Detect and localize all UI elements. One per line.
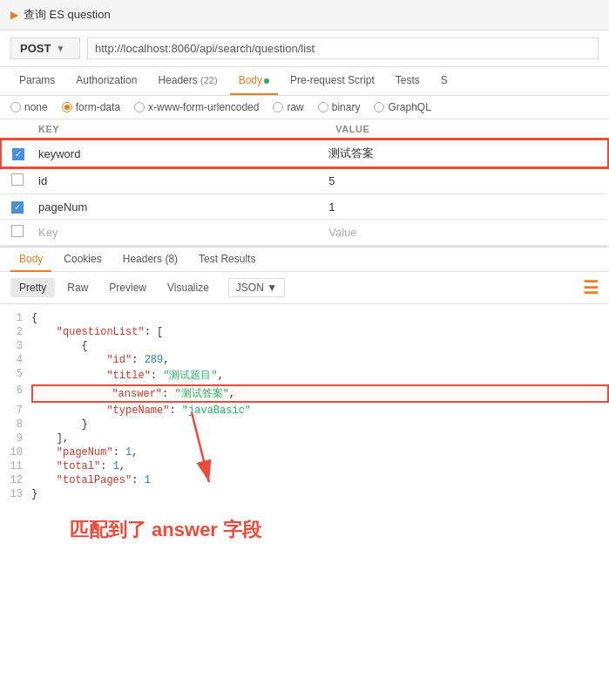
key-cell[interactable]: pageNum xyxy=(28,194,318,220)
table-row: KeyValue xyxy=(1,220,608,246)
collapse-arrow[interactable]: ▶ xyxy=(10,9,18,21)
json-select[interactable]: JSON ▼ xyxy=(228,278,285,297)
method-select[interactable]: POST ▼ xyxy=(10,37,80,59)
radio-none[interactable]: none xyxy=(10,101,48,113)
json-line: 1{ xyxy=(0,311,609,325)
radio-binary[interactable]: binary xyxy=(318,101,361,113)
radio-circle xyxy=(273,102,283,112)
row-checkbox-0[interactable] xyxy=(12,148,24,160)
key-cell[interactable]: keyword xyxy=(28,139,318,167)
row-checkbox-2[interactable] xyxy=(11,201,24,214)
table-row: keyword测试答案 xyxy=(1,139,608,167)
tab-authorization[interactable]: Authorization xyxy=(67,67,145,95)
request-tabs: ParamsAuthorizationHeaders (22)BodyPre-r… xyxy=(0,67,609,96)
line-content: { xyxy=(31,340,609,352)
value-cell[interactable]: 5 xyxy=(318,167,608,194)
key-cell[interactable]: Key xyxy=(28,220,318,246)
json-line: 11 "total": 1, xyxy=(0,459,609,473)
value-cell[interactable]: 测试答案 xyxy=(318,139,608,167)
tab-pre-request[interactable]: Pre-request Script xyxy=(281,67,383,95)
resp-tab-test-results[interactable]: Test Results xyxy=(190,248,264,272)
tab-settings[interactable]: S xyxy=(432,67,457,95)
line-content: "title": "测试题目", xyxy=(31,368,609,383)
line-number: 7 xyxy=(0,404,31,417)
line-content: "questionList": [ xyxy=(31,326,609,338)
radio-circle xyxy=(10,102,21,112)
line-number: 1 xyxy=(0,312,31,324)
radio-circle xyxy=(374,102,384,112)
value-cell[interactable]: Value xyxy=(318,220,608,246)
radio-label: raw xyxy=(287,101,303,113)
json-line: 8 } xyxy=(0,418,609,432)
line-number: 9 xyxy=(0,432,31,445)
line-content: "answer": "测试答案", xyxy=(31,384,609,403)
radio-label: x-www-form-urlencoded xyxy=(148,101,259,113)
tab-params[interactable]: Params xyxy=(10,67,64,95)
json-line: 7 "typeName": "javaBasic" xyxy=(0,404,609,418)
line-content: "totalPages": 1 xyxy=(31,474,609,486)
body-type-row: none form-data x-www-form-urlencoded raw… xyxy=(0,96,609,119)
title-bar: ▶ 查询 ES question xyxy=(0,0,609,31)
page-title: 查询 ES question xyxy=(24,7,111,23)
line-number: 6 xyxy=(0,384,31,397)
json-line: 2 "questionList": [ xyxy=(0,325,609,339)
format-tabs: PrettyRawPreviewVisualizeJSON ▼☰ xyxy=(0,272,609,304)
line-content: { xyxy=(31,312,609,324)
json-line: 9 ], xyxy=(0,432,609,445)
format-tab-pretty[interactable]: Pretty xyxy=(10,278,55,297)
key-header: KEY xyxy=(28,119,318,139)
radio-graphql[interactable]: GraphQL xyxy=(374,101,430,113)
format-tab-visualize[interactable]: Visualize xyxy=(159,278,218,297)
row-checkbox-1[interactable] xyxy=(11,173,24,186)
line-number: 5 xyxy=(0,368,31,380)
row-checkbox-3[interactable] xyxy=(11,225,24,237)
kv-table: KEY VALUE keyword测试答案id5pageNum1KeyValue xyxy=(0,119,609,246)
json-line: 12 "totalPages": 1 xyxy=(0,473,609,487)
json-line: 3 { xyxy=(0,339,609,353)
line-number: 11 xyxy=(0,460,31,472)
resp-tab-body[interactable]: Body xyxy=(10,248,51,272)
json-output: 1{2 "questionList": [3 {4 "id": 289,5 "t… xyxy=(0,304,609,508)
response-tabs: BodyCookiesHeaders (8)Test Results xyxy=(0,246,609,272)
chevron-down-icon: ▼ xyxy=(56,44,64,53)
tab-tests[interactable]: Tests xyxy=(387,67,429,95)
radio-label: form-data xyxy=(76,101,120,113)
json-line: 4 "id": 289, xyxy=(0,353,609,367)
line-number: 4 xyxy=(0,354,31,366)
line-number: 13 xyxy=(0,488,31,500)
line-content: } xyxy=(31,488,609,500)
radio-circle xyxy=(134,102,145,112)
wrap-icon[interactable]: ☰ xyxy=(583,277,599,298)
tab-headers[interactable]: Headers (22) xyxy=(149,67,226,95)
format-tab-raw[interactable]: Raw xyxy=(58,278,97,297)
line-content: ], xyxy=(31,432,609,445)
annotation-area: 匹配到了 answer 字段 xyxy=(0,508,609,552)
radio-label: binary xyxy=(332,101,361,113)
radio-label: GraphQL xyxy=(388,101,430,113)
line-content: "total": 1, xyxy=(31,460,609,472)
resp-tab-cookies[interactable]: Cookies xyxy=(55,248,110,272)
line-number: 3 xyxy=(0,340,31,352)
radio-raw[interactable]: raw xyxy=(273,101,303,113)
line-content: "id": 289, xyxy=(31,354,609,366)
line-content: "typeName": "javaBasic" xyxy=(31,404,609,417)
annotation-text: 匹配到了 answer 字段 xyxy=(70,519,261,540)
line-number: 12 xyxy=(0,474,31,486)
resp-tab-headers[interactable]: Headers (8) xyxy=(114,248,186,272)
json-line: 13} xyxy=(0,487,609,501)
json-line: 10 "pageNum": 1, xyxy=(0,445,609,459)
key-cell[interactable]: id xyxy=(28,167,318,194)
url-bar: POST ▼ xyxy=(0,31,609,67)
line-number: 10 xyxy=(0,446,31,459)
json-line: 5 "title": "测试题目", xyxy=(0,367,609,384)
tab-body[interactable]: Body xyxy=(230,67,278,95)
radio-circle xyxy=(62,102,72,112)
value-cell[interactable]: 1 xyxy=(318,194,608,220)
line-number: 2 xyxy=(0,326,31,338)
radio-x-www-form-urlencoded[interactable]: x-www-form-urlencoded xyxy=(134,101,259,113)
format-tab-preview[interactable]: Preview xyxy=(100,278,155,297)
radio-form-data[interactable]: form-data xyxy=(62,101,120,113)
radio-circle xyxy=(318,102,328,112)
line-number: 8 xyxy=(0,418,31,431)
url-input[interactable] xyxy=(87,37,599,59)
